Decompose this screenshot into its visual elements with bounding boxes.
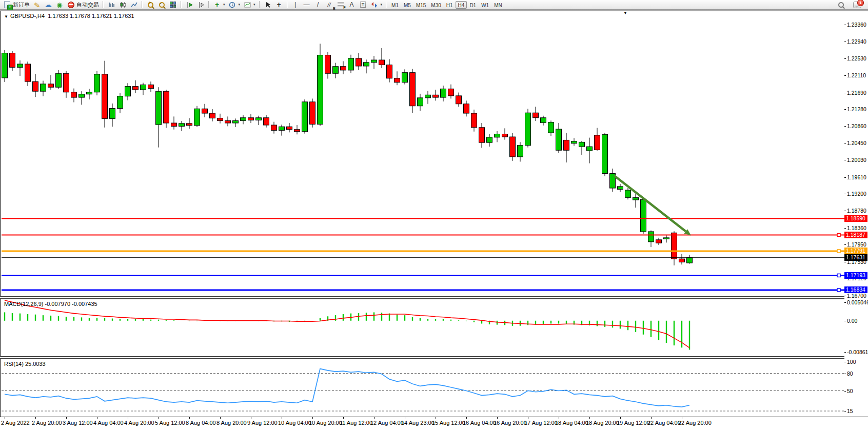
date-tick — [35, 417, 36, 419]
chart-window: ▼GBPUSD-,H4 1.17633 1.17678 1.17621 1.17… — [0, 11, 868, 432]
zoom-out-icon: - — [157, 1, 166, 9]
date-tick — [128, 417, 128, 419]
templates-button[interactable]: ▾ — [242, 1, 257, 9]
date-tick — [312, 417, 313, 419]
collapse-triangle-icon[interactable]: ▼ — [4, 14, 8, 19]
auto-scroll-button[interactable] — [184, 1, 195, 9]
publish-button[interactable]: ☁ — [43, 1, 54, 9]
text-button[interactable]: A — [346, 1, 358, 9]
date-label: 12 Aug 04:00 — [370, 420, 404, 426]
line-chart-button[interactable] — [128, 1, 140, 9]
line-handle-1.18187[interactable] — [837, 234, 840, 237]
fibonacci-button[interactable] — [335, 1, 346, 9]
rsi-pane[interactable]: RSI(14) 25.0033 — [2, 359, 844, 417]
line-handle-1.17791[interactable] — [837, 250, 840, 253]
periods-button[interactable]: ▾ — [227, 1, 242, 9]
chart-shift-button[interactable] — [195, 1, 206, 9]
date-tick — [405, 417, 405, 419]
line-chart-icon — [130, 1, 138, 9]
date-axis[interactable]: 2 Aug 20222 Aug 20:003 Aug 12:004 Aug 04… — [0, 417, 868, 432]
chevron-down-icon: ▾ — [381, 3, 383, 7]
macd-pane[interactable]: MACD(12,26,9) -0.007970 -0.007435 — [2, 299, 844, 356]
signal-button[interactable]: ◉ — [54, 1, 65, 9]
bar-chart-button[interactable] — [106, 1, 117, 9]
date-label: 4 Aug 04:00 — [93, 420, 124, 426]
text-label-button[interactable]: T — [358, 1, 369, 9]
toolbar-separator — [181, 1, 182, 8]
crayon-icon: ✎ — [32, 0, 42, 9]
timeframe-W1[interactable]: W1 — [479, 1, 491, 9]
arrows-button[interactable]: ▾ — [369, 1, 384, 9]
tile-windows-button[interactable] — [167, 1, 179, 9]
cursor-button[interactable] — [262, 1, 273, 9]
date-tick — [620, 417, 621, 419]
channel-button[interactable]: // — [324, 1, 335, 9]
symbol-period-label: GBPUSD-,H4 — [10, 13, 45, 19]
date-label: 10 Aug 20:00 — [309, 420, 342, 426]
horizontal-line-icon: — — [303, 1, 311, 9]
axis-tick — [844, 25, 846, 25]
date-label: 9 Aug 12:00 — [247, 420, 278, 426]
timeframe-D1[interactable]: D1 — [467, 1, 479, 9]
ohlc-quote-label: 1.17633 1.17678 1.17621 1.17631 — [48, 13, 134, 19]
macd-signal-line — [5, 300, 689, 348]
chart-shift-icon — [196, 1, 205, 9]
candlesticks — [2, 44, 693, 265]
axis-tick — [844, 374, 846, 374]
chart-shift-marker-icon[interactable]: ▼ — [623, 11, 627, 15]
crayon-button[interactable]: ✎ — [31, 1, 43, 9]
date-tick — [282, 417, 282, 419]
notifications-button[interactable]: 1 — [852, 1, 863, 9]
price-badge-1.17193: 1.17193 — [844, 272, 867, 279]
timeframe-M30[interactable]: M30 — [428, 1, 443, 9]
trend-arrow[interactable] — [614, 175, 691, 235]
axis-tick — [844, 244, 846, 245]
rsi-canvas[interactable] — [2, 359, 844, 417]
axis-tick-label: 1.22940 — [847, 38, 866, 45]
axis-tick-label: 1.20450 — [847, 140, 866, 146]
price-badge-1.17791: 1.17791 — [844, 248, 867, 254]
toolbar-separator — [142, 1, 143, 8]
crosshair-icon: + — [275, 1, 283, 9]
toolbar-separator — [386, 1, 387, 8]
cursor-icon — [264, 1, 272, 9]
vertical-line-button[interactable]: | — [290, 1, 301, 9]
price-axis[interactable]: 1.233601.229401.225301.221101.216901.212… — [844, 11, 868, 417]
zoom-out-button[interactable]: - — [156, 1, 167, 9]
axis-tick-label: 1.17950 — [847, 241, 866, 248]
timeframe-H4[interactable]: H4 — [456, 1, 467, 9]
date-tick — [97, 417, 97, 419]
axis-tick — [844, 296, 846, 296]
mt4-window: 新订单 ✎ ☁ ◉ 自动交易 + - — [0, 0, 868, 432]
zoom-in-button[interactable]: + — [145, 1, 156, 9]
timeframe-MN[interactable]: MN — [491, 1, 505, 9]
axis-tick-label: 1.23360 — [847, 22, 866, 28]
crosshair-button[interactable]: + — [273, 1, 285, 9]
date-label: 19 Aug 12:00 — [617, 420, 650, 426]
axis-tick — [844, 211, 846, 211]
new-order-button[interactable]: 新订单 — [2, 1, 31, 9]
macd-canvas[interactable] — [2, 299, 844, 356]
timeframe-M15[interactable]: M15 — [413, 1, 428, 9]
axis-tick — [844, 109, 846, 110]
axis-tick — [844, 352, 846, 353]
date-label: 5 Aug 12:00 — [155, 420, 185, 426]
axis-tick — [844, 321, 846, 321]
main-chart-canvas[interactable] — [2, 11, 844, 296]
indicators-button[interactable]: +▾ — [211, 1, 227, 9]
line-handle-1.16834[interactable] — [837, 289, 840, 292]
date-label: 15 Aug 12:00 — [432, 420, 465, 426]
timeframe-M5[interactable]: M5 — [401, 1, 413, 9]
date-tick — [159, 417, 159, 419]
date-label: 8 Aug 04:00 — [186, 420, 216, 426]
date-label: 2 Aug 20:00 — [32, 420, 62, 426]
main-price-pane[interactable]: ▼GBPUSD-,H4 1.17633 1.17678 1.17621 1.17… — [2, 11, 844, 296]
timeframe-H1[interactable]: H1 — [444, 1, 456, 9]
search-button[interactable] — [835, 1, 846, 9]
candlestick-chart-button[interactable] — [117, 1, 128, 9]
horizontal-line-button[interactable]: — — [301, 1, 312, 9]
line-handle-1.17193[interactable] — [837, 274, 840, 277]
timeframe-M1[interactable]: M1 — [389, 1, 401, 9]
trendline-button[interactable]: / — [312, 1, 324, 9]
auto-trading-button[interactable]: 自动交易 — [65, 1, 101, 9]
